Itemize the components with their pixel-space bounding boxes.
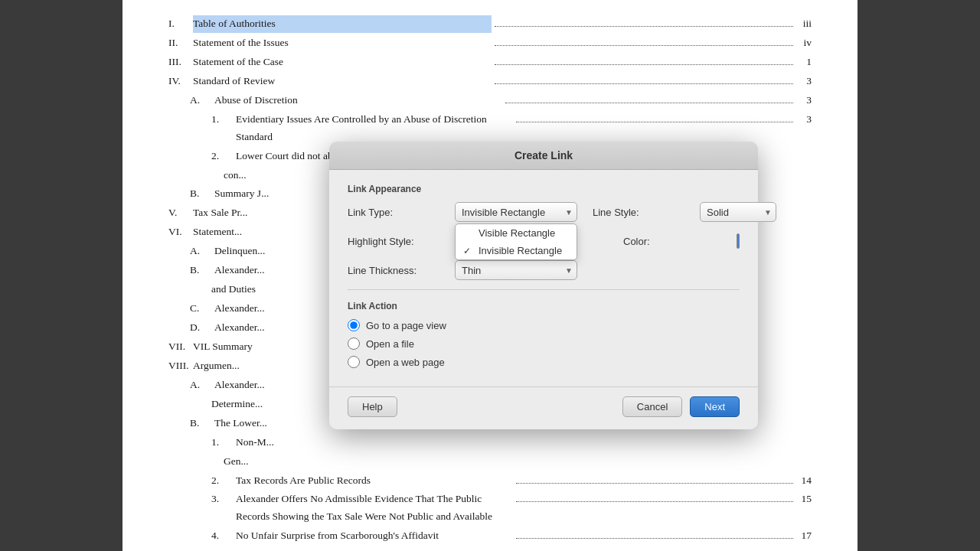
toc-num: A.: [190, 92, 214, 109]
link-appearance-label: Link Appearance: [348, 184, 740, 194]
toc-text-highlighted: Table of Authorities: [193, 15, 492, 33]
help-button[interactable]: Help: [348, 396, 397, 417]
link-type-row: Link Type: Invisible Rectangle ▼ Visible…: [348, 202, 740, 222]
toc-num: VIII.: [168, 357, 193, 375]
toc-num: VI.: [168, 223, 193, 241]
toc-row-8b-2: 2. Tax Records Are Public Records 14: [211, 472, 812, 490]
radio-go-to-page-label: Go to a page view: [366, 320, 446, 331]
line-thickness-dropdown[interactable]: Thin: [455, 260, 577, 280]
radio-row-3[interactable]: Open a web page: [348, 356, 740, 368]
line-style-dropdown[interactable]: Solid: [700, 202, 776, 222]
toc-row-8b-1: 1. Non-M...: [211, 434, 812, 452]
toc-text: Standard of Review: [193, 73, 492, 90]
link-type-value: Invisible Rectangle: [462, 207, 545, 218]
link-type-dropdown[interactable]: Invisible Rectangle: [455, 202, 577, 222]
toc-row-8b-5: 5. Alexander did not object and did not …: [211, 546, 812, 551]
toc-text: Statement of the Case: [193, 54, 492, 71]
highlight-style-label: Highlight Style:: [348, 236, 455, 247]
toc-text: Evidentiary Issues Are Controlled by an …: [236, 111, 513, 146]
toc-dots: [495, 83, 793, 84]
toc-num: 2.: [211, 472, 236, 490]
line-thickness-dropdown-wrapper[interactable]: Thin ▼: [455, 260, 577, 280]
toc-num: 2.: [211, 148, 236, 165]
check-mark-icon: ✓: [463, 246, 474, 256]
left-panel: [0, 0, 122, 551]
toc-row-8b-4: 4. No Unfair Surprise from Scarborough's…: [211, 527, 812, 545]
toc-text: Alexander did not object and did not com…: [236, 546, 513, 551]
toc-num: 3.: [211, 491, 236, 508]
link-type-popup[interactable]: Visible Rectangle ✓ Invisible Rectangle: [455, 223, 577, 260]
radio-open-web[interactable]: [348, 356, 360, 368]
toc-num: VII.: [168, 338, 193, 356]
toc-num: 4.: [211, 527, 236, 545]
toc-page: 15: [796, 491, 812, 508]
dialog-title: Create Link: [329, 142, 758, 170]
toc-num: D.: [190, 319, 214, 337]
toc-text: No Unfair Surprise from Scarborough's Af…: [236, 527, 513, 545]
line-style-label: Line Style:: [593, 207, 700, 218]
toc-text: Alexander Offers No Admissible Evidence …: [236, 491, 513, 526]
toc-dots: [516, 483, 793, 484]
toc-num: B.: [190, 415, 214, 432]
toc-text: Abuse of Discretion: [214, 92, 502, 109]
toc-num: B.: [190, 185, 214, 203]
toc-num: II.: [168, 34, 193, 52]
toc-dots: [516, 538, 793, 539]
dialog-footer: Help Cancel Next: [329, 386, 758, 429]
dropdown-item-visible-label: Visible Rectangle: [479, 227, 555, 239]
toc-row-3: III. Statement of the Case 1: [168, 54, 812, 71]
radio-open-web-label: Open a web page: [366, 357, 445, 368]
toc-dots: [505, 103, 793, 103]
toc-page: iv: [796, 34, 812, 52]
create-link-dialog: Create Link Link Appearance Link Type: I…: [329, 142, 758, 429]
toc-page: 14: [796, 472, 812, 490]
link-type-dropdown-wrapper[interactable]: Invisible Rectangle ▼ Visible Rectangle …: [455, 202, 577, 222]
line-style-dropdown-wrapper[interactable]: Solid ▼: [700, 202, 776, 222]
toc-num: C.: [190, 300, 214, 318]
toc-num: 1.: [211, 111, 236, 129]
right-panel: [858, 0, 980, 551]
toc-num: I.: [168, 15, 193, 33]
toc-text: Gen...: [224, 453, 812, 471]
footer-right-buttons: Cancel Next: [622, 396, 740, 417]
toc-num: 5.: [211, 546, 236, 551]
toc-text: Tax Records Are Public Records: [236, 472, 513, 490]
toc-num: 1.: [211, 434, 236, 452]
radio-go-to-page[interactable]: [348, 319, 360, 331]
color-swatch[interactable]: [737, 233, 740, 249]
line-thickness-row: Line Thickness: Thin ▼: [348, 260, 740, 280]
toc-page: 3: [796, 73, 812, 90]
cancel-button[interactable]: Cancel: [622, 396, 682, 417]
radio-open-file[interactable]: [348, 337, 360, 350]
toc-dots: [516, 122, 793, 122]
dropdown-item-invisible-label: Invisible Rectangle: [479, 245, 562, 256]
toc-num: A.: [190, 243, 214, 260]
line-style-value: Solid: [707, 207, 729, 218]
link-type-control[interactable]: Invisible Rectangle ▼ Visible Rectangle …: [455, 202, 577, 222]
toc-text: Non-M...: [236, 434, 812, 452]
line-thickness-label: Line Thickness:: [348, 265, 455, 276]
toc-page: 18: [796, 546, 812, 551]
toc-page: iii: [796, 15, 812, 33]
toc-dots: [495, 64, 793, 65]
dropdown-item-invisible[interactable]: ✓ Invisible Rectangle: [456, 242, 577, 259]
toc-page: 3: [796, 92, 812, 109]
link-action-label: Link Action: [348, 301, 740, 311]
toc-text: Statement of the Issues: [193, 34, 492, 52]
link-action-section: Link Action Go to a page view Open a fil…: [348, 289, 740, 368]
toc-page: 3: [796, 111, 812, 129]
radio-row-1[interactable]: Go to a page view: [348, 319, 740, 331]
line-thickness-value: Thin: [462, 265, 481, 276]
toc-row-1: I. Table of Authorities iii: [168, 15, 812, 33]
toc-num: B.: [190, 262, 214, 279]
toc-page: 1: [796, 54, 812, 71]
toc-page: 17: [796, 527, 812, 545]
toc-row-8b-1-cont: Gen...: [224, 453, 812, 471]
toc-row-8b-3: 3. Alexander Offers No Admissible Eviden…: [211, 491, 812, 526]
color-label: Color:: [623, 236, 730, 247]
next-button[interactable]: Next: [690, 396, 740, 417]
radio-row-2[interactable]: Open a file: [348, 337, 740, 350]
toc-dots: [516, 501, 793, 502]
dropdown-item-visible[interactable]: Visible Rectangle: [456, 224, 577, 242]
toc-num: IV.: [168, 73, 193, 90]
